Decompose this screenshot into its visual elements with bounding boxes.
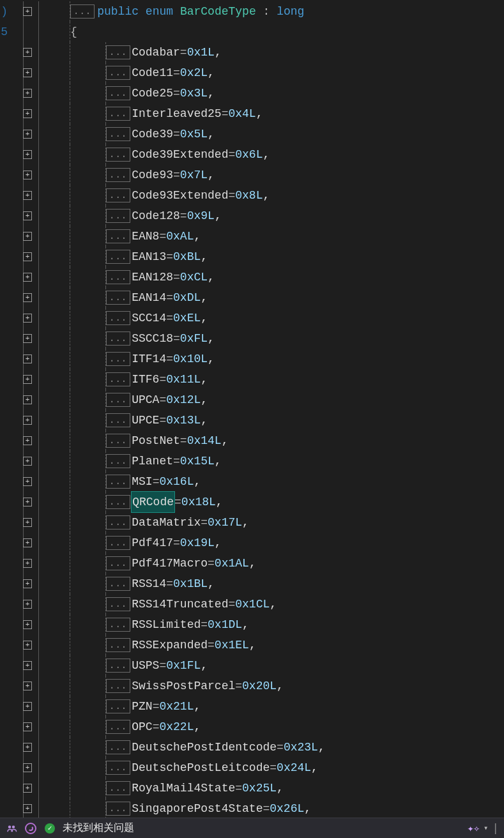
outline-gutter[interactable] [8,369,38,390]
code-line[interactable]: ...Planet = 0x15L, [0,451,504,471]
outline-gutter[interactable] [8,614,38,635]
outline-gutter[interactable] [8,22,38,42]
fold-toggle-icon[interactable] [23,150,32,159]
outline-gutter[interactable] [8,696,38,717]
code-line[interactable]: ...Codabar = 0x1L, [0,42,504,63]
code-line[interactable]: ...SingaporePost4State = 0x26L, [0,798,504,819]
outline-gutter[interactable] [8,737,38,758]
fold-toggle-icon[interactable] [23,436,32,445]
collapsed-region-icon[interactable]: ... [106,209,130,223]
fold-toggle-icon[interactable] [23,763,32,772]
code-line[interactable]: ...RSS14 = 0x1BL, [0,574,504,594]
outline-gutter[interactable] [8,471,38,492]
code-line[interactable]: ...EAN13 = 0xBL, [0,247,504,267]
outline-gutter[interactable] [8,103,38,124]
fold-toggle-icon[interactable] [23,293,32,302]
fold-toggle-icon[interactable] [23,538,32,547]
code-line[interactable]: ...Code93 = 0x7L, [0,165,504,185]
collapsed-region-icon[interactable]: ... [106,250,130,264]
code-line[interactable]: ) ... public enum BarCodeType : long [0,1,504,22]
code-line[interactable]: ...Interleaved25 = 0x4L, [0,103,504,124]
code-line[interactable]: ...RSS14Truncated = 0x1CL, [0,594,504,614]
outline-gutter[interactable] [8,165,38,185]
fold-toggle-icon[interactable] [23,68,32,77]
fold-toggle-icon[interactable] [23,334,32,343]
code-line[interactable]: ...Code93Extended = 0x8L, [0,185,504,206]
collapsed-region-icon[interactable]: ... [106,781,130,795]
fold-toggle-icon[interactable] [23,354,32,363]
collapsed-region-icon[interactable]: ... [106,720,130,734]
collapsed-region-icon[interactable]: ... [106,699,130,713]
fold-toggle-icon[interactable] [23,641,32,650]
fold-toggle-icon[interactable] [23,273,32,282]
collapsed-region-icon[interactable]: ... [106,393,130,407]
collapsed-region-icon[interactable]: ... [106,86,130,100]
collapsed-region-icon[interactable]: ... [106,454,130,468]
outline-gutter[interactable] [8,144,38,165]
collapsed-region-icon[interactable]: ... [106,127,130,141]
code-editor[interactable]: ) ... public enum BarCodeType : long 5 {… [0,0,504,818]
fold-toggle-icon[interactable] [23,191,32,200]
collapsed-region-icon[interactable]: ... [106,107,130,121]
chevron-down-icon[interactable]: ▾ [484,823,488,833]
outline-gutter[interactable] [8,594,38,614]
collapsed-region-icon[interactable]: ... [106,291,130,305]
outline-gutter[interactable] [8,758,38,778]
collapsed-region-icon[interactable]: ... [106,679,130,693]
collapsed-region-icon[interactable]: ... [106,188,130,202]
fold-toggle-icon[interactable] [23,395,32,404]
fold-toggle-icon[interactable] [23,232,32,241]
fold-toggle-icon[interactable] [23,375,32,384]
code-line[interactable]: ...UPCE = 0x13L, [0,410,504,430]
outline-gutter[interactable] [8,533,38,553]
fold-toggle-icon[interactable] [23,620,32,629]
outline-gutter[interactable] [8,451,38,471]
fold-toggle-icon[interactable] [23,457,32,466]
outline-gutter[interactable] [8,124,38,144]
collapsed-region-icon[interactable]: ... [106,45,130,59]
fold-toggle-icon[interactable] [23,314,32,323]
liveshare-icon[interactable] [5,822,18,835]
outline-gutter[interactable] [8,390,38,410]
outline-gutter[interactable] [8,410,38,430]
outline-gutter[interactable] [8,655,38,676]
code-line[interactable]: ...Pdf417Macro = 0x1AL, [0,553,504,574]
code-line[interactable]: ...USPS = 0x1FL, [0,655,504,676]
fold-toggle-icon[interactable] [23,48,32,57]
collapsed-region-icon[interactable]: ... [106,66,130,80]
fold-toggle-icon[interactable] [23,518,32,527]
code-line[interactable]: ...EAN128 = 0xCL, [0,267,504,287]
collapsed-region-icon[interactable]: ... [106,475,130,489]
code-line[interactable]: ...DeutschePostIdentcode = 0x23L, [0,737,504,758]
fold-toggle-icon[interactable] [23,804,32,813]
fold-toggle-icon[interactable] [23,171,32,179]
outline-gutter[interactable] [8,553,38,574]
outline-gutter[interactable] [8,676,38,696]
code-line[interactable]: ...PostNet = 0x14L, [0,430,504,451]
collapsed-region-icon[interactable]: ... [70,4,95,19]
outline-gutter[interactable] [8,328,38,349]
code-line[interactable]: ...UPCA = 0x12L, [0,390,504,410]
code-line[interactable]: ...DeutschePostLeitcode = 0x24L, [0,758,504,778]
fold-toggle-icon[interactable] [23,477,32,486]
outline-gutter[interactable] [8,308,38,328]
collapsed-region-icon[interactable]: ... [106,331,130,346]
sparkle-icon[interactable]: ✦✧ [468,822,480,835]
outline-gutter[interactable] [8,267,38,287]
code-line[interactable]: ...PZN = 0x21L, [0,696,504,717]
outline-gutter[interactable] [8,247,38,267]
collapsed-region-icon[interactable]: ... [106,434,130,448]
fold-toggle-icon[interactable] [23,89,32,98]
code-line[interactable]: ...EAN14 = 0xDL, [0,287,504,308]
outline-gutter[interactable] [8,430,38,451]
fold-toggle-icon[interactable] [23,743,32,752]
code-line[interactable]: ...Code128 = 0x9L, [0,206,504,226]
fold-toggle-icon[interactable] [23,579,32,588]
code-line[interactable]: ...SSCC18 = 0xFL, [0,328,504,349]
fold-toggle-icon[interactable] [23,498,32,507]
fold-toggle-icon[interactable] [23,702,32,711]
code-line[interactable]: ...Code39Extended = 0x6L, [0,144,504,165]
code-line[interactable]: ...Code11 = 0x2L, [0,63,504,83]
copilot-icon[interactable] [24,822,37,835]
code-line[interactable]: ...RoyalMail4State = 0x25L, [0,778,504,798]
